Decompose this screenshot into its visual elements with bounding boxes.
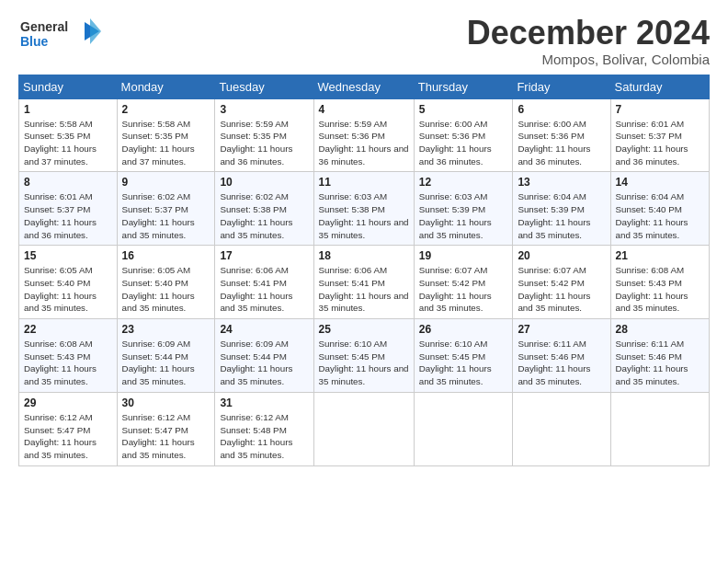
day-number: 2 [122, 103, 210, 116]
table-cell: 19 Sunrise: 6:07 AMSunset: 5:42 PMDaylig… [414, 246, 513, 319]
day-info: Sunrise: 6:03 AMSunset: 5:38 PMDaylight:… [319, 190, 409, 241]
week-row-4: 22 Sunrise: 6:08 AMSunset: 5:43 PMDaylig… [19, 319, 710, 393]
col-thursday: Thursday [414, 75, 513, 98]
svg-text:Blue: Blue [20, 34, 49, 49]
day-info: Sunrise: 6:11 AMSunset: 5:46 PMDaylight:… [616, 338, 704, 388]
svg-text:General: General [20, 19, 68, 34]
table-cell: 12 Sunrise: 6:03 AMSunset: 5:39 PMDaylig… [414, 172, 513, 246]
table-cell [414, 392, 513, 465]
day-info: Sunrise: 6:05 AMSunset: 5:40 PMDaylight:… [24, 264, 112, 315]
day-number: 17 [220, 249, 308, 262]
col-friday: Friday [513, 75, 610, 98]
page: General Blue December 2024 Mompos, Boliv… [0, 0, 728, 563]
table-cell: 14 Sunrise: 6:04 AMSunset: 5:40 PMDaylig… [610, 172, 709, 246]
header: General Blue December 2024 Mompos, Boliv… [18, 15, 710, 67]
day-info: Sunrise: 6:07 AMSunset: 5:42 PMDaylight:… [518, 264, 605, 315]
day-number: 25 [319, 323, 409, 336]
day-info: Sunrise: 6:10 AMSunset: 5:45 PMDaylight:… [419, 338, 508, 388]
day-info: Sunrise: 6:09 AMSunset: 5:44 PMDaylight:… [220, 338, 308, 388]
day-info: Sunrise: 5:59 AMSunset: 5:36 PMDaylight:… [319, 118, 409, 168]
table-cell: 2 Sunrise: 5:58 AMSunset: 5:35 PMDayligh… [117, 98, 215, 172]
col-monday: Monday [117, 75, 215, 98]
table-cell: 1 Sunrise: 5:58 AMSunset: 5:35 PMDayligh… [19, 98, 118, 172]
logo-area: General Blue [18, 15, 101, 55]
table-cell: 17 Sunrise: 6:06 AMSunset: 5:41 PMDaylig… [215, 246, 313, 319]
day-number: 24 [220, 323, 308, 336]
table-cell: 18 Sunrise: 6:06 AMSunset: 5:41 PMDaylig… [313, 246, 414, 319]
day-number: 7 [616, 103, 704, 116]
day-number: 14 [616, 176, 704, 189]
table-cell: 7 Sunrise: 6:01 AMSunset: 5:37 PMDayligh… [610, 98, 709, 172]
table-cell: 22 Sunrise: 6:08 AMSunset: 5:43 PMDaylig… [19, 319, 118, 393]
day-info: Sunrise: 6:01 AMSunset: 5:37 PMDaylight:… [24, 190, 112, 241]
table-cell: 28 Sunrise: 6:11 AMSunset: 5:46 PMDaylig… [610, 319, 709, 393]
week-row-2: 8 Sunrise: 6:01 AMSunset: 5:37 PMDayligh… [19, 172, 710, 246]
table-cell: 27 Sunrise: 6:11 AMSunset: 5:46 PMDaylig… [513, 319, 610, 393]
table-cell: 8 Sunrise: 6:01 AMSunset: 5:37 PMDayligh… [19, 172, 118, 246]
table-cell: 16 Sunrise: 6:05 AMSunset: 5:40 PMDaylig… [117, 246, 215, 319]
day-number: 16 [122, 249, 210, 262]
day-info: Sunrise: 6:07 AMSunset: 5:42 PMDaylight:… [419, 264, 508, 315]
table-cell: 23 Sunrise: 6:09 AMSunset: 5:44 PMDaylig… [117, 319, 215, 393]
day-number: 1 [24, 103, 112, 116]
day-info: Sunrise: 6:01 AMSunset: 5:37 PMDaylight:… [616, 118, 704, 168]
day-info: Sunrise: 6:04 AMSunset: 5:39 PMDaylight:… [518, 190, 605, 241]
calendar-subtitle: Mompos, Bolivar, Colombia [467, 52, 710, 67]
calendar-table: Sunday Monday Tuesday Wednesday Thursday… [18, 75, 710, 466]
table-cell: 15 Sunrise: 6:05 AMSunset: 5:40 PMDaylig… [19, 246, 118, 319]
day-info: Sunrise: 6:08 AMSunset: 5:43 PMDaylight:… [24, 338, 112, 388]
col-saturday: Saturday [610, 75, 709, 98]
day-number: 5 [419, 103, 508, 116]
day-info: Sunrise: 6:03 AMSunset: 5:39 PMDaylight:… [419, 190, 508, 241]
table-cell: 10 Sunrise: 6:02 AMSunset: 5:38 PMDaylig… [215, 172, 313, 246]
day-number: 27 [518, 323, 605, 336]
day-number: 31 [220, 396, 308, 409]
week-row-1: 1 Sunrise: 5:58 AMSunset: 5:35 PMDayligh… [19, 98, 710, 172]
day-number: 13 [518, 176, 605, 189]
day-number: 23 [122, 323, 210, 336]
day-number: 15 [24, 249, 112, 262]
table-cell: 26 Sunrise: 6:10 AMSunset: 5:45 PMDaylig… [414, 319, 513, 393]
week-row-3: 15 Sunrise: 6:05 AMSunset: 5:40 PMDaylig… [19, 246, 710, 319]
day-number: 12 [419, 176, 508, 189]
day-number: 26 [419, 323, 508, 336]
table-cell: 29 Sunrise: 6:12 AMSunset: 5:47 PMDaylig… [19, 392, 118, 465]
day-info: Sunrise: 6:02 AMSunset: 5:37 PMDaylight:… [122, 190, 210, 241]
day-info: Sunrise: 6:06 AMSunset: 5:41 PMDaylight:… [319, 264, 409, 315]
day-info: Sunrise: 6:12 AMSunset: 5:48 PMDaylight:… [220, 411, 308, 462]
day-number: 22 [24, 323, 112, 336]
day-number: 6 [518, 103, 605, 116]
day-info: Sunrise: 6:11 AMSunset: 5:46 PMDaylight:… [518, 338, 605, 388]
table-cell: 30 Sunrise: 6:12 AMSunset: 5:47 PMDaylig… [117, 392, 215, 465]
day-info: Sunrise: 6:00 AMSunset: 5:36 PMDaylight:… [419, 118, 508, 168]
day-info: Sunrise: 5:58 AMSunset: 5:35 PMDaylight:… [122, 118, 210, 168]
day-info: Sunrise: 6:09 AMSunset: 5:44 PMDaylight:… [122, 338, 210, 388]
table-cell: 25 Sunrise: 6:10 AMSunset: 5:45 PMDaylig… [313, 319, 414, 393]
day-number: 18 [319, 249, 409, 262]
table-cell: 21 Sunrise: 6:08 AMSunset: 5:43 PMDaylig… [610, 246, 709, 319]
day-info: Sunrise: 6:12 AMSunset: 5:47 PMDaylight:… [24, 411, 112, 462]
day-number: 10 [220, 176, 308, 189]
table-cell: 6 Sunrise: 6:00 AMSunset: 5:36 PMDayligh… [513, 98, 610, 172]
table-cell: 3 Sunrise: 5:59 AMSunset: 5:35 PMDayligh… [215, 98, 313, 172]
day-number: 21 [616, 249, 704, 262]
day-info: Sunrise: 5:59 AMSunset: 5:35 PMDaylight:… [220, 118, 308, 168]
day-number: 8 [24, 176, 112, 189]
day-number: 20 [518, 249, 605, 262]
table-cell [513, 392, 610, 465]
table-cell [610, 392, 709, 465]
day-info: Sunrise: 6:02 AMSunset: 5:38 PMDaylight:… [220, 190, 308, 241]
table-cell: 31 Sunrise: 6:12 AMSunset: 5:48 PMDaylig… [215, 392, 313, 465]
logo: General Blue [18, 15, 101, 55]
table-cell: 9 Sunrise: 6:02 AMSunset: 5:37 PMDayligh… [117, 172, 215, 246]
day-info: Sunrise: 6:12 AMSunset: 5:47 PMDaylight:… [122, 411, 210, 462]
day-info: Sunrise: 6:06 AMSunset: 5:41 PMDaylight:… [220, 264, 308, 315]
svg-marker-3 [90, 18, 101, 44]
col-tuesday: Tuesday [215, 75, 313, 98]
day-info: Sunrise: 6:05 AMSunset: 5:40 PMDaylight:… [122, 264, 210, 315]
day-number: 19 [419, 249, 508, 262]
day-number: 9 [122, 176, 210, 189]
day-number: 28 [616, 323, 704, 336]
day-info: Sunrise: 6:10 AMSunset: 5:45 PMDaylight:… [319, 338, 409, 388]
table-cell: 11 Sunrise: 6:03 AMSunset: 5:38 PMDaylig… [313, 172, 414, 246]
